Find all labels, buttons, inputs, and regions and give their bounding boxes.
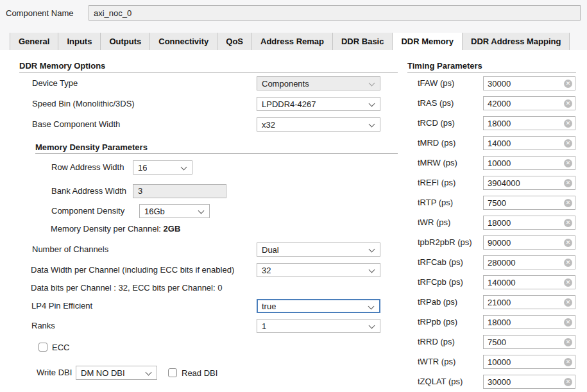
timing-param-label: tREFI (ps): [418, 176, 455, 190]
component-name-label: Component Name: [6, 7, 74, 20]
tab-ddr-memory[interactable]: DDR Memory: [393, 33, 463, 50]
base-component-width-label: Base Component Width: [32, 117, 120, 132]
ddr-memory-options-title: DDR Memory Options: [19, 61, 105, 71]
memory-density-note-value: 2GB: [164, 224, 181, 234]
base-component-width-select[interactable]: x32: [257, 117, 380, 132]
ranks-select[interactable]: 1: [257, 319, 380, 333]
clear-icon[interactable]: ✕: [564, 278, 572, 287]
timing-param-field: ✕: [483, 116, 575, 130]
clear-icon[interactable]: ✕: [564, 119, 572, 128]
speed-bin-select[interactable]: LPDDR4-4267: [257, 97, 380, 111]
chevron-down-icon: [369, 246, 375, 253]
device-type-label: Device Type: [32, 76, 78, 90]
lp4-pin-efficient-label: LP4 Pin Efficient: [31, 299, 92, 313]
bank-address-width-field: 3: [133, 184, 226, 198]
timing-input-trcd-ps[interactable]: [484, 119, 564, 128]
timing-input-trppb-ps[interactable]: [484, 318, 564, 327]
ranks-label: Ranks: [31, 319, 55, 333]
clear-icon[interactable]: ✕: [564, 259, 572, 267]
tab-address-remap[interactable]: Address Remap: [252, 33, 333, 50]
timing-param-field: ✕: [483, 96, 575, 110]
chevron-down-icon: [368, 303, 375, 310]
timing-param-label: tMRW (ps): [418, 156, 457, 170]
device-type-value: Components: [262, 79, 309, 89]
clear-icon[interactable]: ✕: [564, 239, 572, 247]
timing-row-trfcab-ps: tRFCab (ps)✕: [407, 255, 579, 269]
ecc-checkbox[interactable]: [38, 343, 47, 352]
number-of-channels-select[interactable]: Dual: [257, 243, 380, 257]
read-dbi-checkbox[interactable]: [168, 368, 177, 377]
timing-input-twtr-ps[interactable]: [484, 357, 564, 367]
timing-input-trfcab-ps[interactable]: [484, 258, 564, 268]
clear-icon[interactable]: ✕: [564, 318, 572, 327]
section-rule: [407, 72, 576, 73]
chevron-down-icon: [181, 164, 187, 171]
clear-icon[interactable]: ✕: [564, 80, 572, 88]
speed-bin-value: LPDDR4-4267: [262, 99, 316, 109]
tab-general[interactable]: General: [10, 33, 58, 50]
read-dbi-label: Read DBI: [182, 368, 217, 379]
clear-icon[interactable]: ✕: [564, 99, 572, 108]
timing-input-twr-ps[interactable]: [484, 218, 564, 228]
speed-bin-label: Speed Bin (Monolithic/3DS): [32, 97, 135, 111]
timing-param-field: ✕: [483, 216, 575, 230]
timing-input-trefi-ps[interactable]: [484, 178, 564, 188]
base-component-width-value: x32: [262, 120, 275, 130]
timing-input-trfcpb-ps[interactable]: [484, 278, 564, 287]
section-rule: [19, 72, 398, 73]
data-bits-note: Data bits per Channel : 32, ECC bits per…: [31, 283, 222, 293]
clear-icon[interactable]: ✕: [564, 378, 572, 386]
tab-connectivity[interactable]: Connectivity: [150, 33, 217, 50]
timing-param-label: tFAW (ps): [418, 76, 454, 90]
timing-input-trtp-ps[interactable]: [484, 198, 564, 208]
timing-param-field: ✕: [483, 375, 575, 389]
timing-input-trpab-ps[interactable]: [484, 298, 564, 307]
timing-param-label: tRPab (ps): [418, 295, 457, 309]
clear-icon[interactable]: ✕: [564, 358, 572, 366]
tab-inputs[interactable]: Inputs: [58, 33, 101, 50]
row-address-width-select[interactable]: 16: [133, 160, 192, 175]
number-of-channels-label: Number of Channels: [32, 243, 108, 257]
timing-param-field: ✕: [483, 235, 575, 250]
tab-ddr-address-mapping[interactable]: DDR Address Mapping: [463, 33, 570, 50]
timing-input-tfaw-ps[interactable]: [484, 79, 564, 89]
timing-row-trtp-ps: tRTP (ps)✕: [407, 196, 579, 210]
chevron-down-icon: [369, 323, 375, 329]
device-type-select: Components: [257, 76, 380, 90]
clear-icon[interactable]: ✕: [564, 199, 572, 207]
timing-input-tzqlat-ps[interactable]: [484, 377, 564, 387]
timing-param-field: ✕: [483, 335, 575, 349]
timing-param-label: tRAS (ps): [418, 96, 454, 110]
lp4-pin-efficient-select[interactable]: true: [257, 299, 380, 313]
timing-param-field: ✕: [483, 136, 575, 150]
timing-param-field: ✕: [483, 355, 575, 369]
timing-row-tpbr2pbr-ps: tpbR2pbR (ps)✕: [407, 235, 579, 250]
timing-row-twr-ps: tWR (ps)✕: [407, 216, 579, 230]
tab-outputs[interactable]: Outputs: [101, 33, 150, 50]
timing-param-label: tZQLAT (ps): [418, 375, 463, 389]
timing-input-tras-ps[interactable]: [484, 99, 564, 108]
clear-icon[interactable]: ✕: [564, 338, 572, 346]
clear-icon[interactable]: ✕: [564, 179, 572, 187]
timing-row-tzqlat-ps: tZQLAT (ps)✕: [407, 375, 579, 389]
component-density-select[interactable]: 16Gb: [139, 204, 210, 218]
timing-param-field: ✕: [483, 255, 575, 269]
timing-param-field: ✕: [483, 156, 575, 170]
tab-qos[interactable]: QoS: [217, 33, 252, 50]
timing-param-label: tWTR (ps): [418, 355, 455, 369]
clear-icon[interactable]: ✕: [564, 219, 572, 227]
timing-input-tpbr2pbr-ps[interactable]: [484, 238, 564, 248]
component-density-value: 16Gb: [144, 207, 165, 216]
timing-param-field: ✕: [483, 176, 575, 190]
write-dbi-select[interactable]: DM NO DBI: [76, 366, 157, 380]
timing-input-tmrd-ps[interactable]: [484, 139, 564, 148]
tab-ddr-basic[interactable]: DDR Basic: [333, 33, 393, 50]
timing-row-twtr-ps: tWTR (ps)✕: [407, 355, 579, 369]
timing-input-tmrw-ps[interactable]: [484, 158, 564, 168]
clear-icon[interactable]: ✕: [564, 298, 572, 307]
timing-param-label: tRTP (ps): [418, 196, 453, 210]
clear-icon[interactable]: ✕: [564, 159, 572, 167]
timing-input-trrd-ps[interactable]: [484, 337, 564, 347]
data-width-per-channel-select[interactable]: 32: [257, 263, 380, 277]
clear-icon[interactable]: ✕: [564, 139, 572, 148]
